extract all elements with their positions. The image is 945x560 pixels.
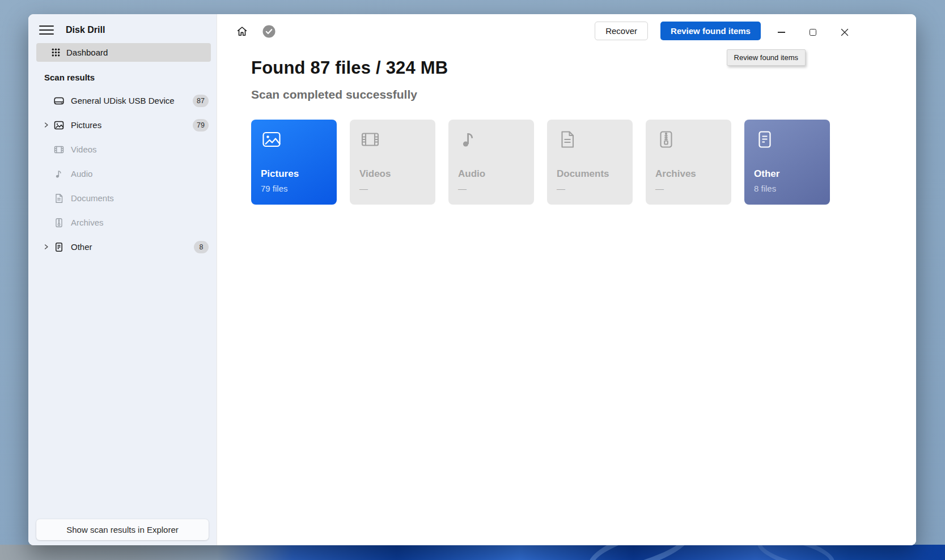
card-label: Videos (359, 168, 391, 180)
main-panel: Recover Review found items Review found … (217, 14, 916, 545)
scan-results-header: Scan results (44, 73, 217, 82)
sidebar-item-label: Audio (71, 169, 217, 179)
audio-icon (53, 168, 65, 180)
sidebar-item-label: General UDisk USB Device (71, 96, 193, 105)
card-count: — (557, 184, 565, 193)
scan-complete-check-icon[interactable] (262, 24, 276, 38)
recover-button[interactable]: Recover (595, 22, 648, 40)
card-documents: Documents — (547, 120, 633, 205)
window-controls (773, 24, 853, 41)
sidebar-item-label: Pictures (71, 120, 193, 130)
sidebar-item-dashboard[interactable]: Dashboard (36, 43, 211, 62)
maximize-icon[interactable] (804, 24, 821, 41)
card-label: Documents (557, 168, 609, 180)
sidebar: Disk Drill Dashboard Scan results (28, 14, 217, 545)
videos-icon (359, 129, 381, 152)
audio-icon (458, 129, 480, 152)
close-icon[interactable] (836, 24, 853, 41)
sidebar-item-label: Documents (71, 193, 217, 203)
card-other[interactable]: Other 8 files (744, 120, 830, 205)
card-pictures[interactable]: Pictures 79 files (251, 120, 337, 205)
archives-icon (53, 217, 65, 228)
page-title: Found 87 files / 324 MB (251, 58, 448, 78)
app-window: Disk Drill Dashboard Scan results (28, 14, 916, 545)
pictures-icon (261, 129, 282, 152)
card-count: — (458, 184, 467, 193)
card-count: 79 files (261, 184, 288, 193)
card-label: Pictures (261, 168, 299, 180)
minimize-icon[interactable] (773, 24, 790, 41)
card-archives: Archives — (646, 120, 731, 205)
drive-icon (53, 95, 65, 107)
count-badge: 8 (194, 241, 209, 253)
card-videos: Videos — (350, 120, 435, 205)
archives-icon (655, 129, 677, 152)
card-label: Archives (655, 168, 696, 180)
card-count: 8 files (754, 184, 776, 193)
review-found-items-button[interactable]: Review found items (660, 22, 761, 40)
videos-icon (53, 144, 65, 155)
sidebar-item-audio: Audio (28, 166, 217, 182)
dashboard-label: Dashboard (66, 48, 108, 57)
sidebar-item-other[interactable]: Other 8 (28, 239, 217, 255)
dashboard-grid-icon (51, 48, 61, 57)
count-badge: 79 (193, 119, 209, 131)
sidebar-item-videos: Videos (28, 141, 217, 158)
card-label: Audio (458, 168, 485, 180)
sidebar-item-label: Other (71, 242, 194, 252)
documents-icon (53, 193, 65, 204)
sidebar-item-label: Archives (71, 218, 217, 227)
sidebar-item-archives: Archives (28, 214, 217, 231)
other-icon (754, 129, 776, 152)
sidebar-item-device[interactable]: General UDisk USB Device 87 (28, 92, 217, 109)
chevron-right-icon[interactable] (43, 121, 53, 129)
card-audio: Audio — (448, 120, 534, 205)
sidebar-item-pictures[interactable]: Pictures 79 (28, 117, 217, 133)
sidebar-item-label: Videos (71, 145, 217, 154)
hamburger-menu-icon[interactable] (39, 24, 54, 36)
chevron-right-icon[interactable] (43, 243, 53, 251)
desktop-wallpaper (0, 545, 945, 560)
card-count: — (655, 184, 664, 193)
documents-icon (557, 129, 578, 152)
scan-status-text: Scan completed successfully (251, 88, 417, 101)
card-label: Other (754, 168, 779, 180)
pictures-icon (53, 120, 65, 131)
category-cards: Pictures 79 files Videos — (251, 120, 830, 205)
count-badge: 87 (193, 95, 209, 107)
home-icon[interactable] (235, 24, 249, 38)
sidebar-item-documents: Documents (28, 190, 217, 206)
show-in-explorer-button[interactable]: Show scan results in Explorer (36, 519, 209, 540)
other-icon (53, 241, 65, 253)
card-count: — (359, 184, 368, 193)
review-found-items-tooltip: Review found items (727, 49, 806, 66)
app-title: Disk Drill (66, 25, 105, 35)
